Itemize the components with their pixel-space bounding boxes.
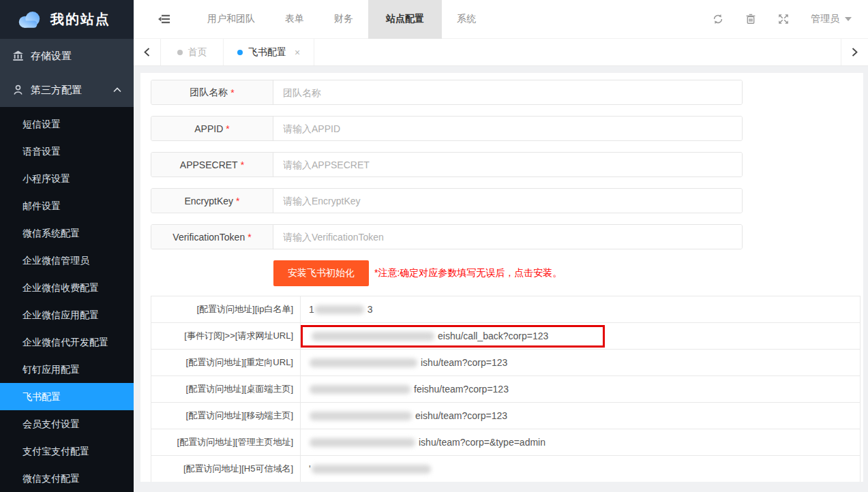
field-label: APPSECRET * bbox=[151, 153, 273, 176]
tab-status-dot bbox=[177, 50, 183, 55]
required-mark: * bbox=[236, 196, 239, 206]
value-visible-text: 3 bbox=[368, 304, 373, 315]
config-value: ishu/team?corp=&type=admin bbox=[301, 429, 860, 455]
config-key: [配置访问地址][H5可信域名] bbox=[151, 456, 301, 482]
sidebar-item-email-settings[interactable]: 邮件设置 bbox=[0, 192, 134, 219]
trash-icon[interactable] bbox=[745, 14, 756, 25]
config-key: [配置访问地址][移动端主页] bbox=[151, 403, 301, 429]
appsecret-input[interactable] bbox=[273, 153, 742, 176]
feishu-config-panel: 团队名称 * APPID * APPSECRET * bbox=[140, 73, 863, 482]
redacted-value-blur bbox=[312, 332, 434, 341]
label-text: APPID bbox=[194, 123, 223, 134]
sidebar-submenu: 短信设置 语音设置 小程序设置 邮件设置 微信系统配置 企业微信管理员 企业微信… bbox=[0, 107, 134, 492]
nav-item-site-config[interactable]: 站点配置 bbox=[368, 0, 442, 39]
row-h5-domain: [配置访问地址][H5可信域名] ' bbox=[151, 456, 860, 482]
config-key: [配置访问地址][管理主页地址] bbox=[151, 429, 301, 455]
label-text: 团队名称 bbox=[190, 87, 228, 99]
highlight-red-box: eishu/call_back?corp=123 bbox=[301, 325, 605, 348]
tab-scroll-right-button[interactable] bbox=[841, 39, 868, 65]
sidebar-item-wecom-dev-config[interactable]: 企业微信代开发配置 bbox=[0, 328, 134, 356]
row-callback-url: [事件订阅]>>[请求网址URL] eishu/call_back?corp=1… bbox=[151, 323, 860, 350]
tab-status-dot bbox=[237, 50, 243, 55]
required-mark: * bbox=[226, 123, 229, 134]
value-visible-text: eishu/call_back?corp=123 bbox=[438, 330, 548, 341]
nav-item-forms[interactable]: 表单 bbox=[270, 0, 319, 39]
top-header: 用户和团队 表单 财务 站点配置 系统 bbox=[134, 0, 868, 39]
sidebar-item-wecom-billing-config[interactable]: 企业微信收费配置 bbox=[0, 274, 134, 301]
sidebar-item-label: 存储设置 bbox=[31, 50, 72, 63]
menu-collapse-icon[interactable] bbox=[158, 14, 170, 24]
row-redirect-url: [配置访问地址][重定向URL] ishu/team?corp=123 bbox=[151, 350, 860, 376]
field-label: EncryptKey * bbox=[151, 189, 273, 213]
config-value: eishu/team?corp=123 bbox=[301, 403, 860, 429]
form-row-verificationtoken: VerificationToken * bbox=[151, 224, 743, 249]
sidebar-item-label: 第三方配置 bbox=[31, 84, 82, 97]
sidebar-item-feishu-config[interactable]: 飞书配置 bbox=[0, 383, 134, 410]
form-row-team-name: 团队名称 * bbox=[151, 80, 743, 105]
row-desktop-home: [配置访问地址][桌面端主页] feishu/team?corp=123 bbox=[151, 376, 860, 403]
config-key: [配置访问地址][桌面端主页] bbox=[151, 376, 301, 402]
nav-item-finance[interactable]: 财务 bbox=[319, 0, 368, 39]
config-value: feishu/team?corp=123 bbox=[301, 376, 860, 402]
sidebar-item-sms-settings[interactable]: 短信设置 bbox=[0, 110, 134, 138]
tab-home[interactable]: 首页 bbox=[161, 39, 224, 65]
sidebar-item-dingtalk-app-config[interactable]: 钉钉应用配置 bbox=[0, 356, 134, 383]
tab-scroll-left-button[interactable] bbox=[134, 39, 161, 65]
install-feishu-button[interactable]: 安装飞书初始化 bbox=[273, 260, 369, 286]
row-mobile-home: [配置访问地址][移动端主页] eishu/team?corp=123 bbox=[151, 403, 860, 429]
config-key: [配置访问地址][ip白名单] bbox=[151, 296, 301, 322]
nav-item-users-teams[interactable]: 用户和团队 bbox=[192, 0, 270, 39]
verificationtoken-input[interactable] bbox=[273, 225, 742, 249]
chevron-up-icon bbox=[113, 87, 121, 93]
config-value: eishu/call_back?corp=123 bbox=[301, 323, 860, 349]
tab-bar: 首页 飞书配置 × bbox=[134, 39, 868, 66]
required-mark: * bbox=[230, 87, 234, 98]
team-name-input[interactable] bbox=[273, 80, 742, 104]
sidebar-item-wecom-app-config[interactable]: 企业微信应用配置 bbox=[0, 301, 134, 328]
logo: 我的站点 bbox=[0, 0, 134, 39]
value-visible-text: feishu/team?corp=123 bbox=[414, 384, 509, 395]
sidebar-item-wecom-admin[interactable]: 企业微信管理员 bbox=[0, 247, 134, 274]
close-icon[interactable]: × bbox=[295, 47, 300, 58]
label-text: EncryptKey bbox=[184, 196, 233, 206]
refresh-icon[interactable] bbox=[713, 14, 723, 25]
bank-icon bbox=[12, 50, 24, 61]
required-mark: * bbox=[248, 232, 251, 243]
field-label: APPID * bbox=[151, 117, 273, 140]
nav-item-system[interactable]: 系统 bbox=[442, 0, 491, 39]
header-actions: 管理员 bbox=[713, 13, 852, 25]
sidebar-item-alipay-config[interactable]: 支付宝支付配置 bbox=[0, 437, 134, 465]
sidebar-item-storage-settings[interactable]: 存储设置 bbox=[0, 39, 134, 73]
tab-label: 飞书配置 bbox=[248, 46, 286, 59]
redacted-value-blur bbox=[312, 465, 431, 474]
expand-icon[interactable] bbox=[778, 14, 789, 25]
redacted-value-blur bbox=[310, 358, 417, 367]
field-label: VerificationToken * bbox=[151, 225, 273, 249]
sidebar-item-member-payment-settings[interactable]: 会员支付设置 bbox=[0, 410, 134, 437]
value-visible-text: ishu/team?corp=&type=admin bbox=[419, 437, 545, 448]
install-warning-note: *注意:确定对应参数填写无误后，点击安装。 bbox=[374, 267, 562, 279]
config-key: [事件订阅]>>[请求网址URL] bbox=[151, 323, 301, 349]
form-row-appid: APPID * bbox=[151, 116, 743, 141]
encryptkey-input[interactable] bbox=[273, 189, 742, 213]
sidebar-parent-menu: 存储设置 第三方配置 bbox=[0, 39, 134, 107]
user-menu[interactable]: 管理员 bbox=[811, 13, 852, 25]
value-prefix: 1 bbox=[309, 304, 314, 315]
user-icon bbox=[12, 84, 24, 95]
sidebar-item-voice-settings[interactable]: 语音设置 bbox=[0, 138, 134, 165]
form-row-encryptkey: EncryptKey * bbox=[151, 188, 743, 213]
tab-feishu-config[interactable]: 飞书配置 × bbox=[224, 39, 314, 65]
appid-input[interactable] bbox=[273, 117, 742, 140]
sidebar-item-third-party-config[interactable]: 第三方配置 bbox=[0, 73, 134, 107]
value-visible-text: eishu/team?corp=123 bbox=[415, 410, 507, 421]
redacted-value-blur bbox=[310, 385, 410, 394]
tab-label: 首页 bbox=[188, 46, 207, 59]
admin-app: 我的站点 存储设置 bbox=[0, 0, 868, 492]
caret-down-icon bbox=[845, 17, 852, 21]
sidebar-item-wechat-system-config[interactable]: 微信系统配置 bbox=[0, 219, 134, 247]
redacted-value-blur bbox=[310, 438, 415, 447]
row-ip-whitelist: [配置访问地址][ip白名单] 1 3 bbox=[151, 296, 860, 323]
site-title: 我的站点 bbox=[50, 10, 110, 29]
sidebar-item-miniprogram-settings[interactable]: 小程序设置 bbox=[0, 165, 134, 192]
sidebar-item-wechat-pay-config[interactable]: 微信支付配置 bbox=[0, 465, 134, 492]
